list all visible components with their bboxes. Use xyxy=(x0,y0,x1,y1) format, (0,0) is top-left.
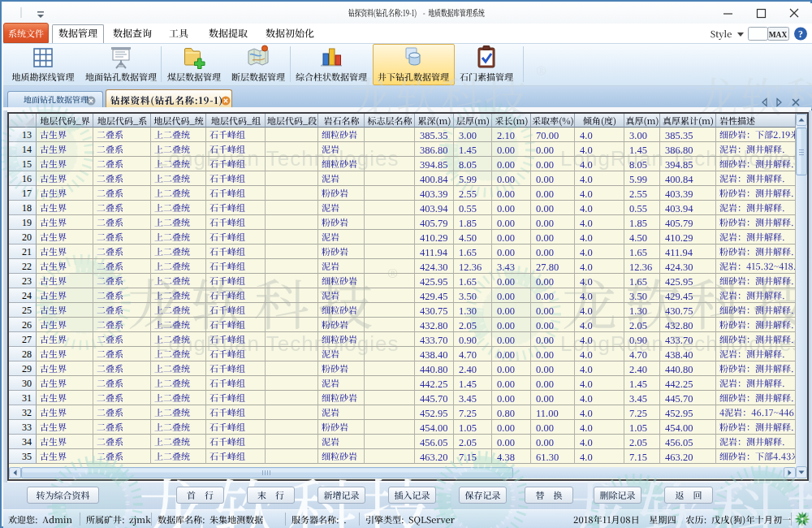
svg-text:MAX: MAX xyxy=(769,31,788,39)
svg-text:?: ? xyxy=(798,28,803,40)
